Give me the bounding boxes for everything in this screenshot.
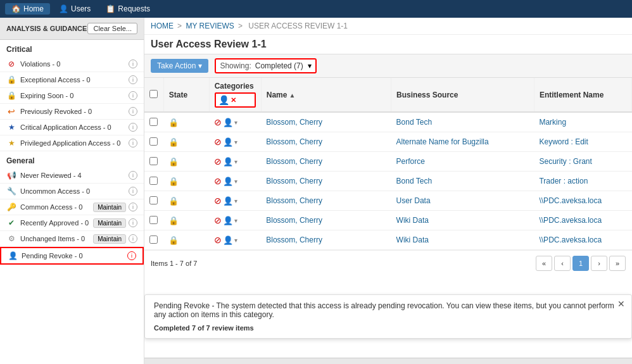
violations-info-icon[interactable]: i bbox=[129, 60, 137, 68]
row-select-6[interactable] bbox=[149, 235, 158, 244]
clear-selection-button[interactable]: Clear Sele... bbox=[87, 23, 137, 34]
common-maintain-button[interactable]: Maintain bbox=[93, 203, 126, 212]
row-select-3[interactable] bbox=[149, 177, 158, 185]
row-checkbox-3 bbox=[144, 172, 163, 191]
cat-chevron-3[interactable]: ▾ bbox=[234, 178, 237, 185]
expiring-info-icon[interactable]: i bbox=[129, 91, 137, 100]
uncommon-info-icon[interactable]: i bbox=[129, 187, 137, 196]
page-title: User Access Review 1-1 bbox=[144, 35, 632, 54]
row-entitlement-link-3[interactable]: Trader : action bbox=[539, 177, 588, 185]
revoke-icon-4: ⊘ bbox=[214, 196, 222, 206]
row-name-link-4[interactable]: Blossom, Cherry bbox=[266, 196, 322, 205]
sidebar-item-unchanged[interactable]: ⚙ Unchanged Items - 0 Maintain i bbox=[0, 231, 144, 247]
access-review-table: State Categories 👤 ✕ bbox=[144, 78, 632, 250]
sidebar-item-exceptional[interactable]: 🔒 Exceptional Access - 0 i bbox=[0, 72, 144, 88]
lock-icon-0: 🔒 bbox=[168, 118, 179, 127]
nav-requests-label: Requests bbox=[118, 4, 150, 13]
recently-approved-maintain-button[interactable]: Maintain bbox=[93, 218, 126, 228]
page-first-button[interactable]: « bbox=[536, 256, 552, 271]
nav-users[interactable]: 👤 Users bbox=[53, 3, 97, 15]
sidebar-item-violations[interactable]: ⊘ Violations - 0 i bbox=[0, 56, 144, 72]
sidebar-item-uncommon[interactable]: 🔧 Uncommon Access - 0 i bbox=[0, 184, 144, 199]
row-entitlement-link-4[interactable]: \\PDC.aveksa.loca bbox=[539, 196, 602, 205]
row-entitlement-link-1[interactable]: Keyword : Edit bbox=[539, 137, 588, 146]
sidebar-item-prev-revoked[interactable]: ↩ Previously Revoked - 0 i bbox=[0, 104, 144, 120]
take-action-button[interactable]: Take Action ▾ bbox=[151, 59, 208, 73]
header-name[interactable]: Name ▲ bbox=[261, 78, 391, 112]
page-last-button[interactable]: » bbox=[609, 256, 626, 271]
row-name-link-3[interactable]: Blossom, Cherry bbox=[266, 177, 322, 185]
sidebar-item-common[interactable]: 🔑 Common Access - 0 Maintain i bbox=[0, 199, 144, 215]
row-name-link-0[interactable]: Blossom, Cherry bbox=[266, 118, 322, 127]
row-name-link-6[interactable]: Blossom, Cherry bbox=[266, 235, 322, 244]
never-reviewed-label: Never Reviewed - 4 bbox=[20, 172, 129, 179]
header-entitlement-name[interactable]: Entitlement Name bbox=[534, 78, 631, 112]
sidebar-item-never-reviewed[interactable]: 📢 Never Reviewed - 4 i bbox=[0, 168, 144, 184]
row-business-link-3[interactable]: Bond Tech bbox=[396, 177, 433, 185]
select-all-checkbox[interactable] bbox=[149, 90, 158, 98]
recently-approved-info-icon[interactable]: i bbox=[129, 218, 137, 227]
row-business-link-2[interactable]: Perforce bbox=[396, 157, 425, 166]
sidebar-item-expiring[interactable]: 🔒 Expiring Soon - 0 i bbox=[0, 88, 144, 104]
violations-label: Violations - 0 bbox=[20, 60, 129, 68]
row-business-link-1[interactable]: Alternate Name for Bugzilla bbox=[396, 137, 489, 146]
header-state[interactable]: State bbox=[163, 78, 209, 112]
cat-chevron-0[interactable]: ▾ bbox=[234, 119, 237, 126]
privileged-info-icon[interactable]: i bbox=[129, 139, 137, 147]
sidebar-item-pending-revoke[interactable]: 👤 Pending Revoke - 0 i bbox=[0, 247, 144, 265]
row-entitlement-link-2[interactable]: Security : Grant bbox=[539, 157, 591, 166]
page-prev-button[interactable]: ‹ bbox=[554, 256, 571, 271]
critical-app-info-icon[interactable]: i bbox=[129, 123, 137, 132]
table-wrapper: State Categories 👤 ✕ bbox=[144, 78, 632, 358]
tooltip-close-button[interactable]: ✕ bbox=[617, 299, 625, 309]
row-select-5[interactable] bbox=[149, 216, 158, 224]
cat-chevron-1[interactable]: ▾ bbox=[234, 139, 237, 146]
cat-chevron-2[interactable]: ▾ bbox=[234, 158, 237, 165]
unchanged-info-icon[interactable]: i bbox=[129, 234, 137, 243]
person-icon-3: 👤 bbox=[223, 177, 233, 186]
prev-revoked-info-icon[interactable]: i bbox=[129, 107, 137, 116]
row-name-link-1[interactable]: Blossom, Cherry bbox=[266, 137, 322, 146]
sidebar-item-recently-approved[interactable]: ✔ Recently Approved - 0 Maintain i bbox=[0, 215, 144, 231]
cat-chevron-4[interactable]: ▾ bbox=[234, 198, 237, 204]
sidebar-item-critical-app[interactable]: ★ Critical Application Access - 0 i bbox=[0, 120, 144, 135]
header-business-source[interactable]: Business Source bbox=[391, 78, 534, 112]
common-info-icon[interactable]: i bbox=[129, 203, 137, 211]
cat-chevron-5[interactable]: ▾ bbox=[234, 217, 237, 224]
person-icon-1: 👤 bbox=[223, 137, 233, 147]
nav-home[interactable]: 🏠 Home bbox=[5, 3, 50, 15]
row-select-2[interactable] bbox=[149, 157, 158, 165]
page-1-button[interactable]: 1 bbox=[572, 256, 589, 271]
page-next-button[interactable]: › bbox=[591, 256, 607, 271]
horizontal-scrollbar[interactable] bbox=[144, 358, 632, 364]
pending-revoke-info-icon[interactable]: i bbox=[127, 251, 136, 260]
row-entitlement-link-5[interactable]: \\PDC.aveksa.loca bbox=[539, 216, 602, 225]
row-business-link-6[interactable]: Wiki Data bbox=[396, 235, 429, 244]
row-business-link-0[interactable]: Bond Tech bbox=[396, 118, 433, 127]
revoke-icon-1: ⊘ bbox=[214, 137, 222, 147]
never-reviewed-info-icon[interactable]: i bbox=[129, 171, 137, 180]
exceptional-info-icon[interactable]: i bbox=[129, 75, 137, 84]
row-entitlement-link-6[interactable]: \\PDC.aveksa.loca bbox=[539, 235, 602, 244]
unchanged-maintain-button[interactable]: Maintain bbox=[93, 234, 126, 244]
uncommon-label: Uncommon Access - 0 bbox=[20, 187, 129, 195]
showing-select[interactable]: Completed (7) All bbox=[255, 61, 304, 70]
row-checkbox-5 bbox=[144, 211, 163, 230]
row-business-link-4[interactable]: User Data bbox=[396, 196, 431, 205]
row-entitlement-link-0[interactable]: Marking bbox=[539, 118, 566, 127]
row-categories-2: ⊘ 👤 ▾ bbox=[209, 152, 261, 171]
breadcrumb-my-reviews[interactable]: MY REVIEWS bbox=[186, 22, 234, 30]
row-select-0[interactable] bbox=[149, 118, 158, 126]
row-name-link-2[interactable]: Blossom, Cherry bbox=[266, 157, 322, 166]
cat-chevron-6[interactable]: ▾ bbox=[234, 237, 237, 244]
nav-requests[interactable]: 📋 Requests bbox=[99, 3, 156, 15]
category-filter-clear-icon[interactable]: ✕ bbox=[231, 96, 236, 104]
row-business-link-5[interactable]: Wiki Data bbox=[396, 216, 429, 225]
row-name-link-5[interactable]: Blossom, Cherry bbox=[266, 216, 322, 225]
users-icon: 👤 bbox=[59, 4, 68, 13]
nav-home-label: Home bbox=[23, 4, 44, 13]
row-select-4[interactable] bbox=[149, 196, 158, 204]
sidebar-item-privileged[interactable]: ★ Privileged Application Access - 0 i bbox=[0, 135, 144, 151]
row-select-1[interactable] bbox=[149, 137, 158, 146]
breadcrumb-home[interactable]: HOME bbox=[151, 22, 174, 30]
